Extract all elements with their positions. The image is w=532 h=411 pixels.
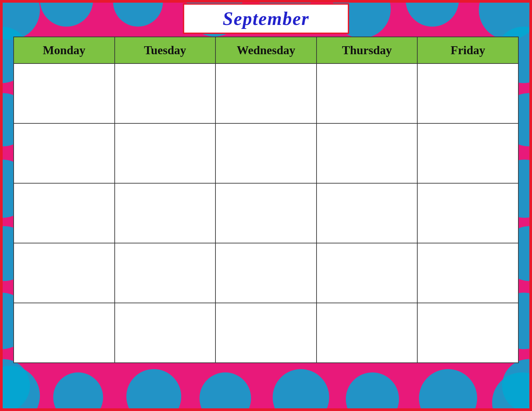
month-title: September	[183, 3, 349, 34]
calendar-cell[interactable]	[317, 303, 418, 363]
header-wednesday: Wednesday	[215, 37, 317, 64]
calendar-row[interactable]	[14, 243, 518, 303]
calendar-cell[interactable]	[115, 123, 216, 183]
calendar-cell[interactable]	[215, 123, 317, 183]
calendar-cell[interactable]	[317, 64, 418, 123]
polka-dot	[200, 372, 251, 411]
calendar-cell[interactable]	[317, 123, 418, 183]
calendar-cell[interactable]	[317, 243, 418, 303]
calendar-cell[interactable]	[417, 64, 518, 123]
polka-dot	[0, 359, 30, 411]
polka-dot	[126, 369, 181, 411]
calendar-cell[interactable]	[417, 123, 518, 183]
header-friday: Friday	[417, 37, 518, 64]
polka-dot	[0, 366, 40, 411]
header-tuesday: Tuesday	[115, 37, 216, 64]
polka-dot	[502, 359, 532, 411]
header-row: Monday Tuesday Wednesday Thursday Friday	[14, 37, 518, 64]
header-monday: Monday	[14, 37, 115, 64]
calendar-cell[interactable]	[417, 243, 518, 303]
calendar-cell[interactable]	[115, 64, 216, 123]
calendar-cell[interactable]	[417, 303, 518, 363]
calendar-cell[interactable]	[14, 183, 115, 243]
calendar-cell[interactable]	[14, 303, 115, 363]
calendar-cell[interactable]	[115, 183, 216, 243]
calendar-cell[interactable]	[14, 123, 115, 183]
calendar-cell[interactable]	[215, 183, 317, 243]
calendar-cell[interactable]	[417, 183, 518, 243]
polka-dot	[346, 372, 399, 411]
calendar-wrapper: September Monday Tuesday Wednesday Thurs…	[13, 0, 519, 363]
polka-dot	[492, 372, 532, 411]
polka-dot	[273, 369, 329, 411]
calendar-cell[interactable]	[14, 243, 115, 303]
calendar-body	[14, 64, 518, 363]
calendar-cell[interactable]	[215, 64, 317, 123]
polka-dot	[53, 372, 103, 411]
calendar-row[interactable]	[14, 64, 518, 123]
polka-dot	[419, 369, 477, 411]
calendar-row[interactable]	[14, 183, 518, 243]
calendar-cell[interactable]	[215, 243, 317, 303]
calendar-cell[interactable]	[115, 243, 216, 303]
header-thursday: Thursday	[317, 37, 418, 64]
calendar-cell[interactable]	[115, 303, 216, 363]
calendar-row[interactable]	[14, 123, 518, 183]
calendar-cell[interactable]	[215, 303, 317, 363]
calendar-cell[interactable]	[14, 64, 115, 123]
calendar-cell[interactable]	[317, 183, 418, 243]
calendar-grid: Monday Tuesday Wednesday Thursday Friday	[13, 37, 519, 363]
calendar-row[interactable]	[14, 303, 518, 363]
